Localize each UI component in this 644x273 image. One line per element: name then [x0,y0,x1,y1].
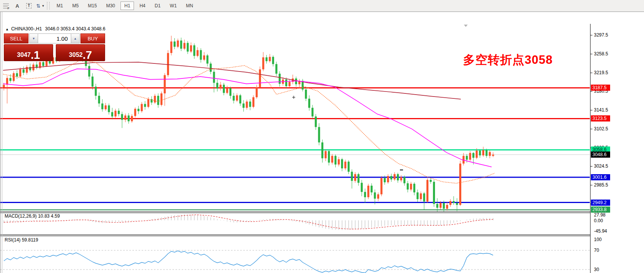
toolbar-grip [47,2,50,10]
axis-tickmark [590,166,592,166]
axis-tick-label: 70 [594,248,599,253]
rsi-panel[interactable] [0,236,590,273]
one-click-trading-panel: SELL ▼ 1.00 ▲ BUY 3047.1 3052.7 [4,33,105,61]
crosshair-icon[interactable]: F [1,2,10,10]
axis-tick-label: 100 [594,237,602,242]
price-axis[interactable]: 3297.53258.53219.53180.53141.53102.53063… [590,24,644,273]
axis-tick-label: 3102.5 [594,126,608,132]
price-level-badge: 3001.6 [591,174,610,180]
panel-separator[interactable] [0,235,590,235]
axis-tickmark [590,129,592,129]
timeframe-mn[interactable]: MN [182,2,197,10]
axis-tick-label: 0.00 [594,218,603,223]
volume-decrease-button[interactable]: ▼ [29,33,38,43]
axis-tickmark [590,91,592,92]
chart-shift-marker-icon[interactable] [464,25,468,27]
timeframe-w1[interactable]: W1 [166,2,181,10]
panel-separator[interactable] [0,236,590,236]
panel-separator[interactable] [0,211,590,212]
toolbar: F A T ⇅▼ M1M5M15M30H1H4D1W1MN [0,0,644,12]
buy-button[interactable]: BUY [80,33,105,43]
sell-button[interactable]: SELL [4,33,28,43]
axis-tickmark [590,35,592,35]
timeframe-bar: M1M5M15M30H1H4D1W1MN [52,2,198,10]
sell-price-main: 3047 [17,52,31,58]
axis-tick-label: 30 [594,267,599,272]
axis-tick-label: 3297.5 [594,32,608,38]
axis-tick-label: -45.94 [594,228,607,234]
axis-tickmark [590,110,592,110]
chart-text-annotation: 多空转折点3058 [463,52,553,68]
ma-fast [3,60,495,183]
timeframe-m1[interactable]: M1 [53,2,67,10]
volume-increase-button[interactable]: ▲ [71,33,80,43]
sell-price-frac: .1 [31,50,40,60]
window-left-edge [2,12,2,273]
panel-separator[interactable] [0,213,590,213]
arrows-icon[interactable]: ⇅▼ [36,2,45,10]
price-level-badge: 3123.5 [591,115,610,122]
macd-label: MACD(12,26,9) 10.83 4.59 [5,213,60,219]
axis-tick-label: 3219.5 [594,70,608,75]
timeframe-m5[interactable]: M5 [69,2,83,10]
timeframe-h4[interactable]: H4 [135,2,149,10]
axis-tick-label: 2985.5 [594,182,608,188]
axis-tickmark [590,73,592,73]
text-label-icon[interactable]: T [24,2,33,10]
price-level-badge: 2933.8 [591,206,610,213]
axis-tickmark [590,185,592,185]
volume-input[interactable]: 1.00 [38,33,71,43]
chevron-down-icon: ▼ [42,4,45,8]
chart-title: ▲CHINA300-,H13046.0 3053.4 3043.4 3048.6 [5,26,105,32]
timeframe-h1[interactable]: H1 [120,2,134,10]
ma-slow [3,62,461,99]
chart-window: ▲CHINA300-,H13046.0 3053.4 3043.4 3048.6… [0,12,644,273]
sell-price-box[interactable]: 3047.1 [4,44,53,61]
price-level-badge: 3187.5 [591,85,610,91]
ohlc-values: 3046.0 3053.4 3043.4 3048.6 [45,26,105,32]
collapse-arrow-icon[interactable]: ▲ [5,27,9,31]
window-left-edge [0,12,1,273]
axis-tick-label: 3024.5 [594,163,608,169]
axis-tickmark [590,54,592,54]
buy-price-frac: .7 [83,50,92,60]
axis-tick-label: 3141.5 [594,107,608,113]
macd-histogram [4,215,493,230]
axis-tick-label: 3258.5 [594,51,608,57]
timeframe-m15[interactable]: M15 [84,2,100,10]
price-level-badge: 3048.6 [591,151,610,158]
price-level-badge: 2949.2 [591,200,610,206]
axis-tick-label: 27.98 [594,212,606,218]
horizontal-levels-layer [0,88,590,210]
symbol-period: CHINA300-,H1 [11,26,42,32]
macd-signal-line [4,215,493,229]
timeframe-d1[interactable]: D1 [151,2,164,10]
buy-price-main: 3052 [69,52,83,58]
moving-averages-layer [3,60,495,183]
macd-panel[interactable] [0,213,590,235]
text-icon[interactable]: A [13,2,22,10]
rsi-label: RSI(14) 59.8119 [5,237,38,243]
ma-mid [3,69,492,167]
buy-price-box[interactable]: 3052.7 [56,44,105,61]
timeframe-m30[interactable]: M30 [102,2,119,10]
